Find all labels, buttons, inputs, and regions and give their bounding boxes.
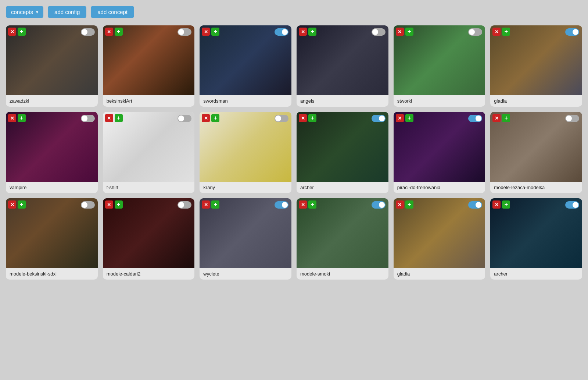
delete-button-krany[interactable]: ✕: [202, 114, 210, 122]
card-archer2: ✕ + archer: [490, 198, 582, 280]
card-swordsman: ✕ + swordsman: [200, 25, 291, 107]
toggle-gladia1[interactable]: [565, 28, 579, 36]
delete-button-beksinski-art[interactable]: ✕: [105, 28, 113, 36]
toggle-wrapper-vampire: [81, 115, 95, 122]
add-button-archer1[interactable]: +: [308, 114, 316, 122]
card-image-krany: ✕ +: [200, 112, 291, 182]
card-label-t-shirt: t-shirt: [103, 182, 195, 193]
toggle-beksinski2[interactable]: [81, 201, 95, 209]
add-button-gladia1[interactable]: +: [502, 28, 510, 36]
toggle-caldari2[interactable]: [178, 201, 191, 209]
card-image-caldari2: ✕ +: [103, 198, 195, 268]
delete-button-gladia1[interactable]: ✕: [492, 28, 501, 36]
card-wyciete: ✕ + wyciete: [200, 198, 291, 280]
add-config-button[interactable]: add config: [48, 6, 86, 18]
add-button-modelka[interactable]: +: [502, 114, 510, 122]
add-button-archer2[interactable]: +: [502, 200, 510, 209]
toggle-archer1[interactable]: [372, 115, 386, 122]
add-button-vampire[interactable]: +: [18, 114, 26, 122]
card-image-zawadzki: ✕ +: [6, 25, 98, 95]
toggle-wyciete[interactable]: [275, 201, 288, 209]
add-concept-button[interactable]: add concept: [91, 6, 134, 18]
card-label-vampire: vampire: [6, 182, 98, 193]
card-label-gladia2: gladia: [394, 268, 485, 280]
add-button-beksinski-art[interactable]: +: [115, 28, 123, 36]
add-button-zawadzki[interactable]: +: [18, 28, 26, 36]
delete-button-angels[interactable]: ✕: [299, 28, 307, 36]
toggle-wrapper-archer1: [372, 115, 386, 122]
card-label-piraci: piraci-do-trenowania: [394, 182, 485, 193]
toggle-wrapper-archer2: [565, 201, 579, 209]
card-image-angels: ✕ +: [297, 25, 388, 95]
toggle-gladia2[interactable]: [468, 201, 482, 209]
card-controls-piraci: ✕ +: [396, 114, 413, 122]
add-button-angels[interactable]: +: [308, 28, 316, 36]
toggle-wrapper-modelka: [565, 115, 579, 122]
card-controls-smoki: ✕ +: [299, 200, 316, 209]
card-label-gladia1: gladia: [490, 95, 582, 107]
add-button-piraci[interactable]: +: [405, 114, 413, 122]
toggle-archer2[interactable]: [565, 201, 579, 209]
toggle-beksinski-art[interactable]: [178, 28, 191, 36]
card-controls-swordsman: ✕ +: [202, 28, 219, 36]
add-button-wyciete[interactable]: +: [211, 200, 219, 209]
card-caldari2: ✕ + modele-caldari2: [103, 198, 195, 280]
delete-button-smoki[interactable]: ✕: [299, 200, 307, 209]
card-controls-t-shirt: ✕ +: [105, 114, 123, 122]
delete-button-gladia2[interactable]: ✕: [396, 200, 404, 209]
toggle-vampire[interactable]: [81, 115, 95, 122]
add-button-beksinski2[interactable]: +: [18, 200, 26, 209]
toggle-smoki[interactable]: [372, 201, 386, 209]
delete-button-zawadzki[interactable]: ✕: [8, 28, 16, 36]
toggle-zawadzki[interactable]: [81, 28, 95, 36]
toggle-angels[interactable]: [372, 28, 386, 36]
toggle-wrapper-gladia1: [565, 28, 579, 36]
add-button-krany[interactable]: +: [211, 114, 219, 122]
delete-button-t-shirt[interactable]: ✕: [105, 114, 113, 122]
card-image-piraci: ✕ +: [394, 112, 485, 182]
toggle-wrapper-gladia2: [468, 201, 482, 209]
delete-button-modelka[interactable]: ✕: [492, 114, 501, 122]
add-button-gladia2[interactable]: +: [405, 200, 413, 209]
toggle-wrapper-caldari2: [178, 201, 191, 209]
toggle-wrapper-piraci: [468, 115, 482, 122]
add-button-swordsman[interactable]: +: [211, 28, 219, 36]
card-controls-zawadzki: ✕ +: [8, 28, 26, 36]
toggle-wrapper-angels: [372, 28, 386, 36]
toggle-wrapper-beksinski2: [81, 201, 95, 209]
delete-button-beksinski2[interactable]: ✕: [8, 200, 16, 209]
delete-button-vampire[interactable]: ✕: [8, 114, 16, 122]
toggle-modelka[interactable]: [565, 115, 579, 122]
toggle-swordsman[interactable]: [275, 28, 288, 36]
concepts-dropdown[interactable]: concepts ▾: [6, 6, 43, 18]
toggle-piraci[interactable]: [468, 115, 482, 122]
toggle-wrapper-zawadzki: [81, 28, 95, 36]
toggle-t-shirt[interactable]: [178, 115, 191, 122]
delete-button-piraci[interactable]: ✕: [396, 114, 404, 122]
card-zawadzki: ✕ + zawadzki: [6, 25, 98, 107]
toggle-wrapper-beksinski-art: [178, 28, 191, 36]
toggle-krany[interactable]: [275, 115, 288, 122]
add-button-t-shirt[interactable]: +: [115, 114, 123, 122]
delete-button-swordsman[interactable]: ✕: [202, 28, 210, 36]
card-image-modelka: ✕ +: [490, 112, 582, 182]
toggle-stworki[interactable]: [468, 28, 482, 36]
add-button-smoki[interactable]: +: [308, 200, 316, 209]
card-controls-wyciete: ✕ +: [202, 200, 219, 209]
add-button-stworki[interactable]: +: [405, 28, 413, 36]
card-label-archer1: archer: [297, 182, 388, 193]
card-controls-gladia1: ✕ +: [492, 28, 510, 36]
card-gladia2: ✕ + gladia: [394, 198, 485, 280]
delete-button-wyciete[interactable]: ✕: [202, 200, 210, 209]
card-controls-archer1: ✕ +: [299, 114, 316, 122]
delete-button-caldari2[interactable]: ✕: [105, 200, 113, 209]
toggle-wrapper-stworki: [468, 28, 482, 36]
card-label-swordsman: swordsman: [200, 95, 291, 107]
add-button-caldari2[interactable]: +: [115, 200, 123, 209]
delete-button-archer1[interactable]: ✕: [299, 114, 307, 122]
card-vampire: ✕ + vampire: [6, 112, 98, 193]
delete-button-stworki[interactable]: ✕: [396, 28, 404, 36]
card-piraci: ✕ + piraci-do-trenowania: [394, 112, 485, 193]
card-beksinski-art: ✕ + beksinskiArt: [103, 25, 195, 107]
delete-button-archer2[interactable]: ✕: [492, 200, 501, 209]
